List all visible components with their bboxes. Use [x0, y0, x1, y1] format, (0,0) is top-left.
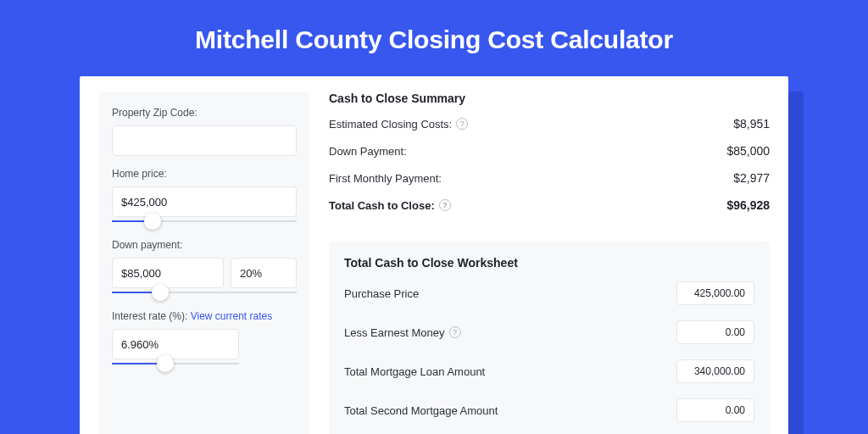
- calculator-card: Property Zip Code: Home price: Down paym…: [80, 76, 788, 434]
- worksheet-row-earnest-money: Less Earnest Money? 0.00: [344, 320, 754, 344]
- page-title: Mitchell County Closing Cost Calculator: [195, 25, 673, 54]
- worksheet-label: Total Mortgage Loan Amount: [344, 365, 485, 378]
- down-payment-pct-input[interactable]: [231, 258, 297, 288]
- worksheet-row-mortgage-amount: Total Mortgage Loan Amount 340,000.00: [344, 359, 754, 383]
- down-payment-label: Down payment:: [112, 239, 297, 251]
- worksheet-heading: Total Cash to Close Worksheet: [344, 256, 754, 270]
- summary-value: $2,977: [733, 171, 770, 185]
- interest-input[interactable]: [112, 329, 239, 359]
- worksheet-value[interactable]: 340,000.00: [676, 359, 754, 383]
- worksheet-value[interactable]: 425,000.00: [676, 281, 754, 305]
- help-icon[interactable]: ?: [439, 199, 451, 211]
- home-price-label: Home price:: [112, 168, 297, 180]
- summary-value: $8,951: [733, 117, 770, 131]
- home-price-field: Home price:: [112, 168, 297, 227]
- zip-label: Property Zip Code:: [112, 107, 297, 119]
- summary-row-first-payment: First Monthly Payment: $2,977: [329, 171, 770, 185]
- worksheet-label: Purchase Price: [344, 287, 419, 300]
- worksheet-row-second-mortgage: Total Second Mortgage Amount 0.00: [344, 398, 754, 422]
- interest-slider[interactable]: [112, 358, 239, 370]
- summary-label: Estimated Closing Costs:: [329, 118, 452, 131]
- summary-total-label: Total Cash to Close:: [329, 199, 435, 212]
- inputs-panel: Property Zip Code: Home price: Down paym…: [98, 92, 310, 434]
- worksheet-row-purchase-price: Purchase Price 425,000.00: [344, 281, 754, 305]
- help-icon[interactable]: ?: [449, 326, 461, 338]
- card-body: Property Zip Code: Home price: Down paym…: [80, 76, 788, 434]
- summary-row-down-payment: Down Payment: $85,000: [329, 144, 770, 158]
- summary-section: Cash to Close Summary Estimated Closing …: [329, 92, 770, 225]
- current-rates-link[interactable]: View current rates: [191, 310, 273, 322]
- summary-label: Down Payment:: [329, 145, 407, 158]
- summary-value: $85,000: [726, 144, 770, 158]
- results-panel: Cash to Close Summary Estimated Closing …: [329, 92, 770, 434]
- worksheet-value[interactable]: 0.00: [676, 320, 754, 344]
- home-price-input[interactable]: [112, 186, 297, 217]
- worksheet-section: Total Cash to Close Worksheet Purchase P…: [329, 241, 770, 434]
- help-icon[interactable]: ?: [456, 118, 468, 130]
- summary-row-closing-costs: Estimated Closing Costs:? $8,951: [329, 117, 770, 131]
- worksheet-label: Total Second Mortgage Amount: [344, 404, 498, 417]
- zip-field: Property Zip Code:: [112, 107, 297, 156]
- down-payment-input[interactable]: [112, 258, 224, 288]
- zip-input[interactable]: [112, 125, 297, 156]
- worksheet-value[interactable]: 0.00: [676, 398, 754, 422]
- summary-total-value: $96,928: [726, 198, 770, 212]
- worksheet-label: Less Earnest Money: [344, 326, 445, 339]
- down-payment-slider[interactable]: [112, 287, 297, 298]
- home-price-slider[interactable]: [112, 215, 297, 227]
- summary-label: First Monthly Payment:: [329, 172, 442, 185]
- interest-field: Interest rate (%): View current rates: [112, 310, 297, 370]
- interest-label: Interest rate (%): View current rates: [112, 310, 297, 322]
- summary-heading: Cash to Close Summary: [329, 92, 770, 105]
- summary-row-total: Total Cash to Close:? $96,928: [329, 198, 770, 212]
- down-payment-field: Down payment:: [112, 239, 297, 298]
